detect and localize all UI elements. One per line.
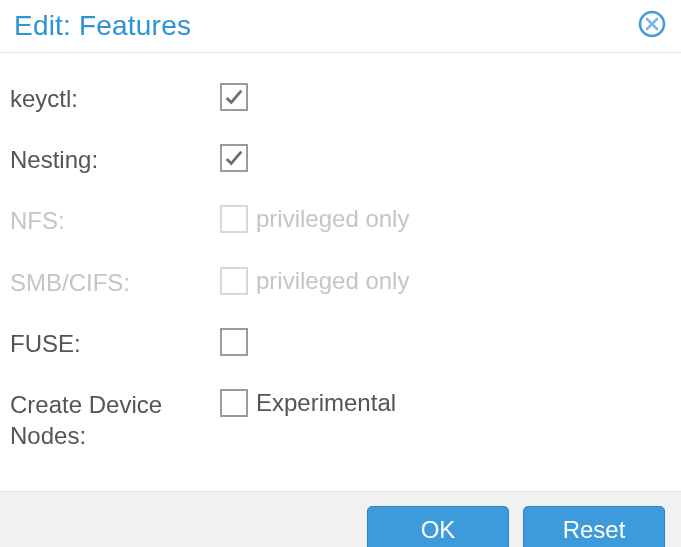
dialog-footer: OK Reset: [0, 491, 681, 547]
ok-button[interactable]: OK: [367, 506, 509, 547]
edit-features-dialog: Edit: Features keyctl:: [0, 0, 681, 547]
control-keyctl: [220, 83, 248, 111]
row-nesting: Nesting:: [10, 144, 671, 175]
checkbox-nesting[interactable]: [220, 144, 248, 172]
control-nesting: [220, 144, 248, 172]
hint-smb: privileged only: [256, 267, 409, 295]
label-nfs: NFS:: [10, 205, 220, 236]
row-smb: SMB/CIFS: privileged only: [10, 267, 671, 298]
dialog-title: Edit: Features: [14, 10, 191, 42]
checkbox-keyctl[interactable]: [220, 83, 248, 111]
checkbox-nfs: [220, 205, 248, 233]
hint-nfs: privileged only: [256, 205, 409, 233]
label-create-device-nodes: Create Device Nodes:: [10, 389, 220, 451]
close-button[interactable]: [637, 11, 667, 41]
row-fuse: FUSE:: [10, 328, 671, 359]
dialog-header: Edit: Features: [0, 0, 681, 53]
row-keyctl: keyctl:: [10, 83, 671, 114]
label-smb: SMB/CIFS:: [10, 267, 220, 298]
close-icon: [638, 10, 666, 42]
checkmark-icon: [223, 147, 245, 169]
row-nfs: NFS: privileged only: [10, 205, 671, 236]
label-nesting: Nesting:: [10, 144, 220, 175]
row-create-device-nodes: Create Device Nodes: Experimental: [10, 389, 671, 451]
control-smb: privileged only: [220, 267, 409, 295]
control-create-device-nodes: Experimental: [220, 389, 396, 417]
reset-button[interactable]: Reset: [523, 506, 665, 547]
dialog-body: keyctl: Nesting: NFS:: [0, 53, 681, 491]
checkmark-icon: [223, 86, 245, 108]
control-fuse: [220, 328, 248, 356]
checkbox-create-device-nodes[interactable]: [220, 389, 248, 417]
checkbox-fuse[interactable]: [220, 328, 248, 356]
control-nfs: privileged only: [220, 205, 409, 233]
hint-create-device-nodes: Experimental: [256, 389, 396, 417]
label-keyctl: keyctl:: [10, 83, 220, 114]
label-fuse: FUSE:: [10, 328, 220, 359]
checkbox-smb: [220, 267, 248, 295]
